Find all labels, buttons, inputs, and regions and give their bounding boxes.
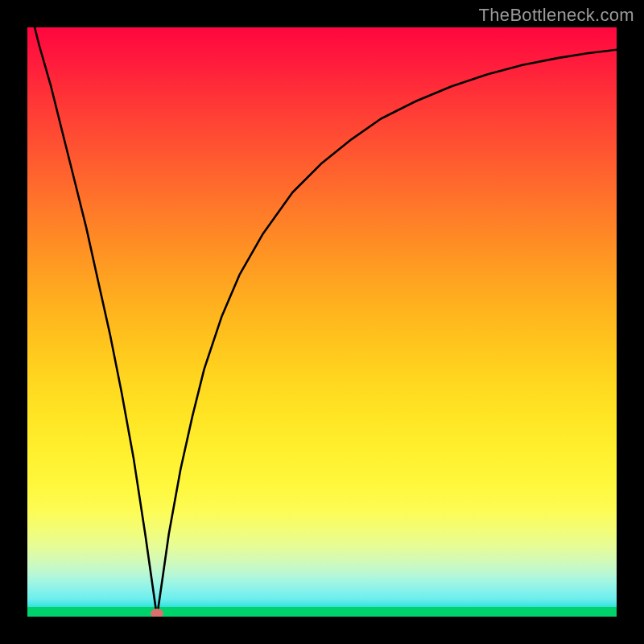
bottleneck-curve bbox=[27, 27, 617, 617]
minimum-marker bbox=[151, 609, 163, 617]
plot-area bbox=[27, 27, 617, 617]
watermark-label: TheBottleneck.com bbox=[479, 5, 634, 26]
chart-frame: TheBottleneck.com bbox=[0, 0, 644, 644]
